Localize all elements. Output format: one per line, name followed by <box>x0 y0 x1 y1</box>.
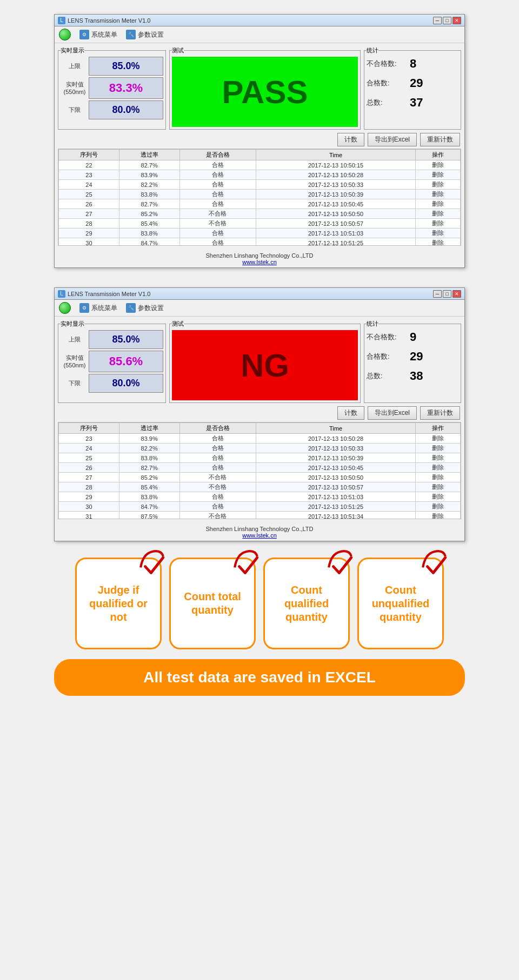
maximize-btn-2[interactable]: □ <box>443 290 451 298</box>
cell-op[interactable]: 删除 <box>416 180 461 190</box>
reset-btn-1[interactable]: 重新计数 <box>420 133 460 146</box>
footer-2: Shenzhen Linshang Technology Co.,LTD www… <box>55 523 464 541</box>
test-panel-1: 测试 PASS <box>169 46 361 130</box>
cell-op[interactable]: 删除 <box>416 463 461 473</box>
count-btn-1[interactable]: 计数 <box>337 133 364 146</box>
system-menu-1[interactable]: ⚙ 系统菜单 <box>79 30 117 39</box>
menu-bar-2: ⚙ 系统菜单 🔧 参数设置 <box>55 300 464 317</box>
qualified-value-1: 29 <box>410 76 423 90</box>
cell-op[interactable]: 删除 <box>416 434 461 444</box>
close-btn-1[interactable]: ✕ <box>453 17 461 24</box>
cell-qualified: 合格 <box>179 238 256 246</box>
cell-qualified: 合格 <box>179 434 256 444</box>
cell-op[interactable]: 删除 <box>416 482 461 492</box>
stats-title-2: 统计 <box>367 320 378 328</box>
cell-rate: 83.8% <box>119 492 179 502</box>
minimize-btn-2[interactable]: ─ <box>433 290 442 298</box>
export-btn-1[interactable]: 导出到Excel <box>368 133 417 146</box>
cell-time: 2017-12-13 10:50:33 <box>256 180 416 190</box>
upper-label-2: 上限 <box>61 335 89 343</box>
checkmark-4 <box>421 549 448 576</box>
table-row: 22 82.7% 合格 2017-12-13 10:50:15 删除 <box>59 160 461 170</box>
data-table-1: 序列号 透过率 是否合格 Time 操作 22 82.7% 合格 2017-12… <box>58 149 461 246</box>
cell-time: 2017-12-13 10:51:25 <box>256 238 416 246</box>
close-btn-2[interactable]: ✕ <box>453 290 461 298</box>
lower-value-1: 80.0% <box>89 100 163 119</box>
cell-rate: 85.4% <box>119 482 179 492</box>
cell-seq: 29 <box>59 229 119 238</box>
cell-op[interactable]: 删除 <box>416 502 461 512</box>
params-menu-icon-1: 🔧 <box>126 30 136 39</box>
checkmark-1 <box>138 549 165 576</box>
cell-op[interactable]: 删除 <box>416 473 461 482</box>
col-op-2: 操作 <box>416 423 461 434</box>
cell-op[interactable]: 删除 <box>416 229 461 238</box>
cell-rate: 83.9% <box>119 170 179 180</box>
cell-time: 2017-12-13 10:50:57 <box>256 482 416 492</box>
cell-op[interactable]: 删除 <box>416 160 461 170</box>
cell-op[interactable]: 删除 <box>416 453 461 463</box>
export-btn-2[interactable]: 导出到Excel <box>368 406 417 420</box>
count-btn-2[interactable]: 计数 <box>337 406 364 420</box>
cell-op[interactable]: 删除 <box>416 238 461 246</box>
realtime-value-1: 83.3% <box>89 77 163 99</box>
table-row: 23 83.9% 合格 2017-12-13 10:50:28 删除 <box>59 434 461 444</box>
title-bar-2: L LENS Transmission Meter V1.0 ─ □ ✕ <box>55 288 464 300</box>
table-row: 24 82.2% 合格 2017-12-13 10:50:33 删除 <box>59 444 461 453</box>
realtime-panel-2: 实时显示 上限 85.0% 实时值(550nm) 85.6% 下限 80.0% <box>58 320 166 403</box>
cell-op[interactable]: 删除 <box>416 199 461 209</box>
table-row: 25 83.8% 合格 2017-12-13 10:50:39 删除 <box>59 190 461 199</box>
realtime-row-2: 实时值(550nm) 85.6% <box>61 351 163 372</box>
window-body-1: 实时显示 上限 85.0% 实时值(550nm) 83.3% 下限 80.0% <box>55 43 464 250</box>
cell-seq: 29 <box>59 492 119 502</box>
maximize-btn-1[interactable]: □ <box>443 17 451 24</box>
cell-time: 2017-12-13 10:50:28 <box>256 170 416 180</box>
params-menu-2[interactable]: 🔧 参数设置 <box>126 303 164 313</box>
excel-banner: All test data are saved in EXCEL <box>54 659 465 696</box>
lower-label-1: 下限 <box>61 106 89 113</box>
realtime-value-2: 85.6% <box>89 351 163 372</box>
minimize-btn-1[interactable]: ─ <box>433 17 442 24</box>
cell-time: 2017-12-13 10:50:15 <box>256 160 416 170</box>
stats-panel-2: 统计 不合格数: 9 合格数: 29 总数: 38 <box>364 320 461 403</box>
realtime-label-2: 实时值(550nm) <box>61 354 89 370</box>
footer-1: Shenzhen Linshang Technology Co.,LTD www… <box>55 250 464 267</box>
qualified-value-2: 29 <box>410 350 423 364</box>
realtime-label-1: 实时值(550nm) <box>61 80 89 96</box>
cell-op[interactable]: 删除 <box>416 492 461 502</box>
upper-row-1: 上限 85.0% <box>61 57 163 76</box>
total-label-1: 总数: <box>367 98 410 108</box>
cell-rate: 82.2% <box>119 180 179 190</box>
upper-value-1: 85.0% <box>89 57 163 76</box>
cell-rate: 87.5% <box>119 512 179 520</box>
cell-qualified: 合格 <box>179 492 256 502</box>
stats-title-1: 统计 <box>367 46 378 55</box>
cell-seq: 28 <box>59 482 119 492</box>
system-menu-label-2: 系统菜单 <box>91 304 117 313</box>
reset-btn-2[interactable]: 重新计数 <box>420 406 460 420</box>
cell-op[interactable]: 删除 <box>416 444 461 453</box>
cell-op[interactable]: 删除 <box>416 170 461 180</box>
params-menu-label-2: 参数设置 <box>138 304 164 313</box>
params-menu-1[interactable]: 🔧 参数设置 <box>126 30 164 39</box>
unqualified-label-2: 不合格数: <box>367 332 410 342</box>
cell-op[interactable]: 删除 <box>416 190 461 199</box>
cell-qualified: 不合格 <box>179 473 256 482</box>
cell-time: 2017-12-13 10:50:39 <box>256 190 416 199</box>
total-value-1: 37 <box>410 96 423 110</box>
cell-op[interactable]: 删除 <box>416 512 461 520</box>
checkmark-3 <box>327 549 354 576</box>
cell-op[interactable]: 删除 <box>416 209 461 219</box>
cell-op[interactable]: 删除 <box>416 219 461 229</box>
cell-qualified: 合格 <box>179 199 256 209</box>
cell-seq: 22 <box>59 160 119 170</box>
url-2[interactable]: www.lstek.cn <box>242 532 277 539</box>
status-light-1 <box>59 29 71 41</box>
realtime-title-2: 实时显示 <box>61 320 84 328</box>
url-1[interactable]: www.lstek.cn <box>242 259 277 265</box>
system-menu-2[interactable]: ⚙ 系统菜单 <box>79 303 117 313</box>
cell-time: 2017-12-13 10:50:57 <box>256 219 416 229</box>
table-row: 25 83.8% 合格 2017-12-13 10:50:39 删除 <box>59 453 461 463</box>
win-controls-2: ─ □ ✕ <box>433 290 461 298</box>
cell-qualified: 合格 <box>179 229 256 238</box>
